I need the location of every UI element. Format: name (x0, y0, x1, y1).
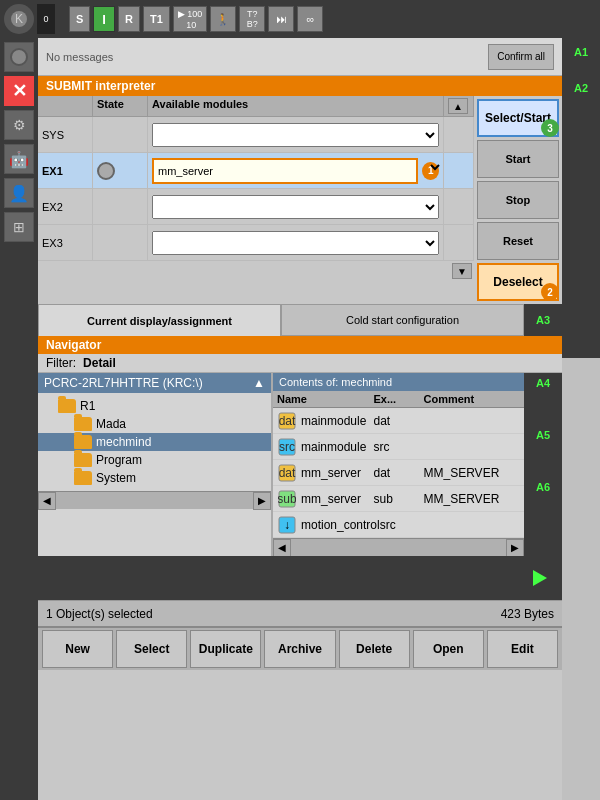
duplicate-button[interactable]: Duplicate (190, 630, 261, 668)
row-state-sys (93, 117, 148, 152)
ex2-module-select[interactable] (152, 195, 439, 219)
list-item[interactable]: dat mm_server dat MM_SERVER (273, 460, 524, 486)
grid-icon[interactable]: ⊞ (4, 212, 34, 242)
select-start-badge: 3 (541, 119, 559, 137)
sidebar-label-a5: A5 (536, 429, 550, 441)
svg-text:dat: dat (279, 466, 296, 480)
robot-icon[interactable]: 🤖 (4, 144, 34, 174)
navigator-body: PCRC-2RL7HHTTRE (KRC:\) ▲ R1 Mada (38, 373, 562, 556)
row-id-sys: SYS (38, 117, 93, 152)
scroll-left-icon[interactable]: ◀ (38, 492, 56, 510)
person-icon[interactable]: 👤 (4, 178, 34, 208)
contents-scrollbar-h: ◀ ▶ (273, 538, 524, 556)
scroll-right-contents-icon[interactable]: ▶ (506, 539, 524, 557)
tree-item-mada[interactable]: Mada (38, 415, 271, 433)
edit-button[interactable]: Edit (487, 630, 558, 668)
close-button[interactable]: ✕ (4, 76, 34, 106)
stop-button[interactable]: Stop (477, 181, 559, 219)
r-button[interactable]: R (118, 6, 140, 32)
sys-module-select[interactable] (152, 123, 439, 147)
i-button[interactable]: I (93, 6, 115, 32)
sidebar-label-a1: A1 (574, 46, 588, 58)
main-content: No messages Confirm all SUBMIT interpret… (38, 38, 562, 800)
t1-button[interactable]: T1 (143, 6, 170, 32)
row-id-ex1: EX1 (38, 153, 93, 188)
deselect-badge: 2 (541, 283, 559, 301)
table-row: SYS (38, 117, 474, 153)
col-ex: Ex... (374, 393, 424, 405)
submit-section: SUBMIT interpreter State Available modul… (38, 76, 562, 304)
scroll-down-area: ▼ (38, 261, 474, 281)
ex1-dropdown[interactable] (423, 153, 443, 181)
submit-buttons: Select/Start 3 Start Stop Reset Deselect… (474, 96, 562, 304)
row-state-ex1 (93, 153, 148, 188)
list-item[interactable]: ↓ motion_control src (273, 512, 524, 538)
settings-icon[interactable]: ⚙ (4, 110, 34, 140)
svg-text:K: K (15, 12, 23, 26)
file-ext-3: dat (374, 466, 424, 480)
tabs-row: Current display/assignment Cold start co… (38, 304, 524, 336)
list-item[interactable]: dat mainmodule dat (273, 408, 524, 434)
file-name-mainmodule-dat: dat mainmodule (277, 411, 374, 431)
tab-cold-start[interactable]: Cold start configuration (281, 304, 524, 336)
logo: K (4, 4, 34, 34)
file-ext-2: src (374, 440, 424, 454)
scroll-down-icon[interactable]: ▼ (452, 263, 472, 279)
svg-marker-13 (533, 570, 547, 586)
row-module-ex1[interactable]: 1 (148, 153, 444, 188)
file-comment-4: MM_SERVER (424, 492, 521, 506)
walk-button[interactable]: 🚶 (210, 6, 236, 32)
skip-button[interactable]: ⏭ (268, 6, 294, 32)
file-name-mainmodule-src: src mainmodule (277, 437, 374, 457)
contents-area: Contents of: mechmind Name Ex... Comment… (273, 373, 562, 556)
s-button[interactable]: S (69, 6, 90, 32)
file-ext-5: src (380, 518, 430, 532)
svg-text:src: src (279, 440, 295, 454)
sidebar-label-a6: A6 (536, 481, 550, 493)
navigator: Navigator Filter: Detail PCRC-2RL7HHTTRE… (38, 336, 562, 556)
row-extra-ex1 (444, 153, 474, 188)
list-item[interactable]: sub mm_server sub MM_SERVER (273, 486, 524, 512)
file-icon-mm-dat: dat (277, 463, 297, 483)
tree-item-mechmind[interactable]: mechmind (38, 433, 271, 451)
row-id-ex3: EX3 (38, 225, 93, 260)
tb-button[interactable]: T?B? (239, 6, 265, 32)
confirm-all-button[interactable]: Confirm all (488, 44, 554, 70)
ex1-module-input[interactable] (152, 158, 418, 184)
open-button[interactable]: Open (413, 630, 484, 668)
navigator-filter: Filter: Detail (38, 354, 562, 373)
deselect-button[interactable]: Deselect 2 (477, 263, 559, 301)
sidebar-label-a2: A2 (574, 82, 588, 94)
ex3-module-select[interactable] (152, 231, 439, 255)
messages-bar: No messages Confirm all (38, 38, 562, 76)
tab-current[interactable]: Current display/assignment (38, 304, 281, 336)
tree-item-r1[interactable]: R1 (38, 397, 271, 415)
start-button[interactable]: Start (477, 140, 559, 178)
delete-button[interactable]: Delete (339, 630, 410, 668)
row-extra-ex3 (444, 225, 474, 260)
tree-collapse-icon[interactable]: ▲ (253, 376, 265, 390)
select-button[interactable]: Select (116, 630, 187, 668)
reset-button[interactable]: Reset (477, 222, 559, 260)
tree-item-program[interactable]: Program (38, 451, 271, 469)
speed-button[interactable]: ▶ 100 10 (173, 6, 208, 32)
tree-item-system[interactable]: System (38, 469, 271, 487)
folder-icon (58, 399, 76, 413)
table-row: EX1 1 (38, 153, 474, 189)
nav-right-sidebar: A4 A5 A6 (524, 373, 562, 556)
folder-icon (74, 417, 92, 431)
new-button[interactable]: New (42, 630, 113, 668)
submit-header: SUBMIT interpreter (38, 76, 562, 96)
scroll-left-contents-icon[interactable]: ◀ (273, 539, 291, 557)
tabs-container: Current display/assignment Cold start co… (38, 304, 562, 336)
modules-area: State Available modules ▲ SYS (38, 96, 562, 304)
archive-button[interactable]: Archive (264, 630, 335, 668)
scroll-right-icon[interactable]: ▶ (253, 492, 271, 510)
sidebar-label-a4: A4 (536, 377, 550, 389)
play-icon[interactable] (529, 568, 549, 588)
folder-icon (74, 471, 92, 485)
select-start-button[interactable]: Select/Start 3 (477, 99, 559, 137)
list-item[interactable]: src mainmodule src (273, 434, 524, 460)
scroll-up-icon[interactable]: ▲ (448, 98, 468, 114)
inf-button[interactable]: ∞ (297, 6, 323, 32)
